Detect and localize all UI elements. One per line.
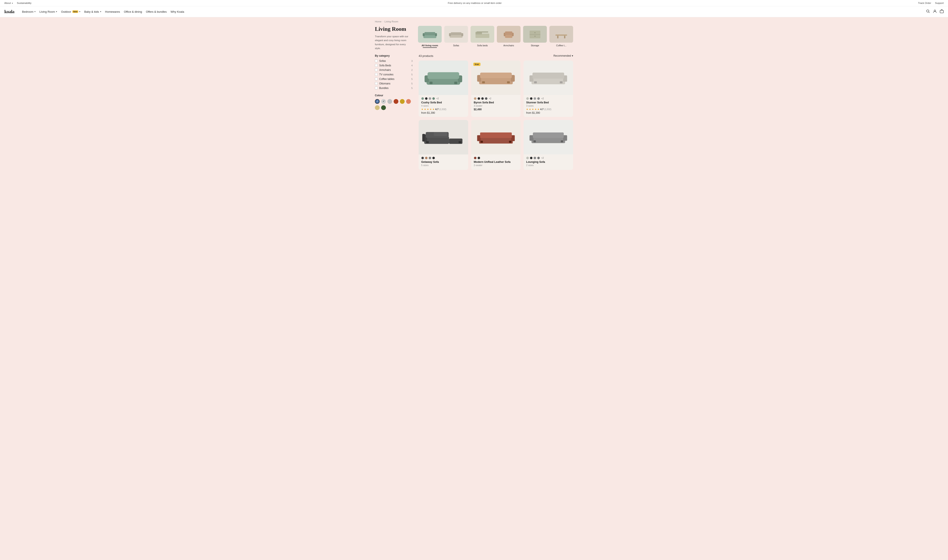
category-img-storage bbox=[523, 26, 547, 43]
category-img-placeholder-storage bbox=[523, 26, 547, 43]
swatch-byron-4[interactable] bbox=[485, 97, 488, 100]
filter-ottomans-checkbox[interactable] bbox=[375, 82, 378, 85]
outdoor-badge: New bbox=[72, 10, 78, 13]
svg-rect-60 bbox=[563, 135, 567, 141]
swatch-stunner-1[interactable] bbox=[526, 97, 529, 100]
breadcrumb-home[interactable]: Home bbox=[375, 20, 382, 23]
nav-living-room[interactable]: Living Room▾ bbox=[39, 10, 57, 13]
product-info-lounging: +2 Lounging Sofa 2 sizes bbox=[523, 154, 573, 170]
product-card-modern[interactable]: Modern UnReal Leather Sofa 2-seater bbox=[471, 120, 521, 170]
filter-sofas-count: 3 bbox=[411, 60, 412, 62]
product-name-modern: Modern UnReal Leather Sofa bbox=[474, 160, 518, 163]
product-img-modern bbox=[471, 120, 521, 154]
category-sofa-beds[interactable]: Sofa beds bbox=[471, 26, 494, 48]
category-sofas[interactable]: Sofas bbox=[444, 26, 468, 48]
star4: ★ bbox=[429, 108, 432, 111]
colour-swatch-gray[interactable] bbox=[387, 99, 392, 104]
swatch-byron-3[interactable] bbox=[481, 97, 484, 100]
swatch-stunner-3[interactable] bbox=[534, 97, 536, 100]
filter-bundles-checkbox[interactable] bbox=[375, 86, 378, 89]
colour-swatch-green[interactable] bbox=[381, 105, 386, 110]
colour-swatch-sand[interactable] bbox=[375, 105, 380, 110]
product-name-lounging: Lounging Sofa bbox=[526, 160, 571, 163]
about-link[interactable]: About ▾ bbox=[4, 2, 13, 4]
swatch-stunner-4[interactable] bbox=[537, 97, 540, 100]
filter-bundles[interactable]: Bundles 5 bbox=[375, 86, 412, 89]
swatch-cushy-4[interactable] bbox=[432, 97, 435, 100]
nav-why-koala[interactable]: Why Koala bbox=[171, 10, 184, 13]
sort-dropdown[interactable]: Recommended ▾ bbox=[554, 54, 573, 57]
swatch-getaway-1[interactable] bbox=[421, 157, 424, 159]
logo[interactable]: koala bbox=[4, 9, 14, 14]
filter-armchairs-checkbox[interactable] bbox=[375, 69, 378, 71]
filter-sofas-checkbox[interactable] bbox=[375, 60, 378, 62]
swatch-modern-1[interactable] bbox=[474, 157, 477, 159]
filter-tv-consoles[interactable]: TV consoles 5 bbox=[375, 73, 412, 76]
product-card-cushy[interactable]: +2 Cushy Sofa Bed 4 sizes ★ ★ ★ ★ ★ 4.7 … bbox=[419, 60, 468, 117]
swatch-getaway-2[interactable] bbox=[425, 157, 428, 159]
category-img-placeholder-coffee bbox=[549, 26, 573, 43]
filter-sofa-beds[interactable]: Sofa Beds 4 bbox=[375, 64, 412, 67]
colour-swatch-orange[interactable] bbox=[406, 99, 411, 104]
filter-tv-checkbox[interactable] bbox=[375, 73, 378, 76]
product-card-lounging[interactable]: +2 Lounging Sofa 2 sizes bbox=[523, 120, 573, 170]
filter-sofas[interactable]: Sofas 3 bbox=[375, 60, 412, 63]
filter-coffee-checkbox[interactable] bbox=[375, 77, 378, 80]
swatch-byron-1[interactable] bbox=[474, 97, 477, 100]
category-filter-title: By category bbox=[375, 54, 412, 57]
swatch-lounging-4[interactable] bbox=[537, 157, 540, 159]
swatch-lounging-1[interactable] bbox=[526, 157, 529, 159]
product-card-stunner[interactable]: +2 Stunner Sofa Bed 3 sizes ★ ★ ★ ★ ★ 4.… bbox=[523, 60, 573, 117]
filter-sofa-beds-checkbox[interactable] bbox=[375, 64, 378, 67]
nav-offers[interactable]: Offers & bundles bbox=[146, 10, 167, 13]
cart-wrapper[interactable] bbox=[940, 9, 944, 14]
swatch-cushy-3[interactable] bbox=[429, 97, 431, 100]
nav-office-dining[interactable]: Office & dining bbox=[124, 10, 142, 13]
swatch-byron-2[interactable] bbox=[477, 97, 480, 100]
product-price-cushy: from $1,390 bbox=[421, 111, 466, 114]
swatch-modern-2[interactable] bbox=[477, 157, 480, 159]
filter-ottomans[interactable]: Ottomans 5 bbox=[375, 82, 412, 85]
colour-swatch-blue[interactable]: ✓ bbox=[375, 99, 380, 104]
colour-swatch-red[interactable] bbox=[394, 99, 399, 104]
product-name-stunner: Stunner Sofa Bed bbox=[526, 101, 571, 104]
filter-coffee-left: Coffee tables bbox=[375, 77, 394, 80]
support-link[interactable]: Support bbox=[935, 2, 944, 4]
filter-armchairs[interactable]: Armchairs 2 bbox=[375, 69, 412, 71]
product-colors-cushy: +2 bbox=[421, 97, 466, 100]
swatch-cushy-2[interactable] bbox=[425, 97, 428, 100]
svg-rect-51 bbox=[459, 141, 461, 143]
nav-outdoor[interactable]: Outdoor New ▾ bbox=[61, 10, 80, 13]
category-all-living-room[interactable]: All living room bbox=[418, 26, 442, 48]
category-armchairs[interactable]: Armchairs bbox=[497, 26, 520, 48]
nav-homewares[interactable]: Homewares bbox=[105, 10, 120, 13]
account-icon[interactable] bbox=[933, 9, 937, 14]
category-coffee-tables[interactable]: Coffee t... bbox=[549, 26, 573, 48]
rating-count-stunner: (1,532) bbox=[544, 108, 551, 111]
product-color-more-cushy: +2 bbox=[436, 97, 439, 100]
swatch-stunner-2[interactable] bbox=[530, 97, 532, 100]
product-card-getaway[interactable]: Getaway Sofa 5 sizes bbox=[419, 120, 468, 170]
hero-section: Living Room Transform your space with ou… bbox=[375, 26, 573, 51]
filter-coffee-tables[interactable]: Coffee tables 5 bbox=[375, 77, 412, 80]
product-img-stunner bbox=[523, 60, 573, 95]
category-storage[interactable]: Storage bbox=[523, 26, 547, 48]
swatch-cushy-1[interactable] bbox=[421, 97, 424, 100]
product-name-getaway: Getaway Sofa bbox=[421, 160, 466, 163]
colour-filter-section: Colour ✓ ✓ bbox=[375, 94, 412, 110]
product-card-byron[interactable]: true bbox=[471, 60, 521, 117]
colour-swatch-yellow[interactable] bbox=[400, 99, 405, 104]
swatch-getaway-4[interactable] bbox=[432, 157, 435, 159]
svg-rect-38 bbox=[531, 78, 565, 84]
filter-armchairs-count: 2 bbox=[411, 69, 412, 71]
nav-bedroom[interactable]: Bedroom▾ bbox=[22, 10, 35, 13]
sustainability-link[interactable]: Sustainability bbox=[17, 2, 31, 4]
search-icon[interactable] bbox=[926, 9, 930, 14]
colour-swatch-lightgray[interactable]: ✓ bbox=[381, 99, 386, 104]
swatch-getaway-3[interactable] bbox=[429, 157, 431, 159]
swatch-lounging-2[interactable] bbox=[530, 157, 532, 159]
nav-baby-kids[interactable]: Baby & kids▾ bbox=[84, 10, 101, 13]
swatch-lounging-3[interactable] bbox=[534, 157, 536, 159]
svg-rect-41 bbox=[532, 72, 564, 78]
track-order-link[interactable]: Track Order bbox=[918, 2, 931, 4]
